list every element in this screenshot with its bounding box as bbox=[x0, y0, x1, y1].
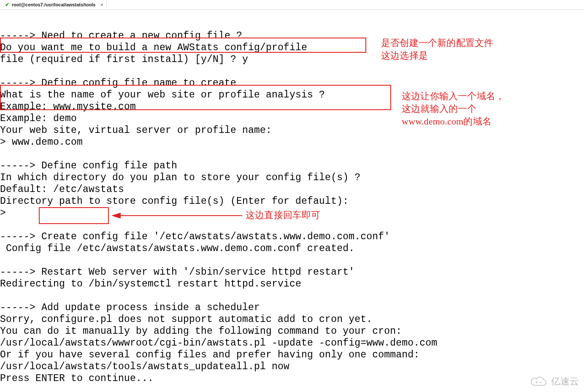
tab-title: root@centos7:/usr/local/awstats/tools bbox=[12, 2, 95, 7]
terminal-line: > www.demo.com bbox=[0, 136, 584, 148]
terminal-line: What is the name of your web site or pro… bbox=[0, 89, 584, 101]
terminal-line: -----> Define config file path bbox=[0, 160, 584, 172]
terminal-line: In which directory do you plan to store … bbox=[0, 172, 584, 184]
watermark-text: 亿速云 bbox=[551, 375, 579, 388]
terminal-line bbox=[0, 148, 584, 160]
terminal-line: Or if you have several config files and … bbox=[0, 349, 584, 361]
cloud-icon bbox=[529, 375, 548, 388]
terminal-line: Directory path to store config file(s) (… bbox=[0, 195, 584, 207]
connected-icon: ✔ bbox=[5, 2, 9, 8]
terminal-line: Example: demo bbox=[0, 113, 584, 124]
terminal-output[interactable]: -----> Need to create a new config file … bbox=[0, 10, 584, 392]
terminal-line: -----> Restart Web server with '/sbin/se… bbox=[0, 266, 584, 278]
terminal-line: Press ENTER to continue... bbox=[0, 373, 584, 384]
watermark: 亿速云 bbox=[529, 375, 579, 388]
terminal-line: Example: www.mysite.com bbox=[0, 101, 584, 113]
terminal-line bbox=[0, 18, 584, 30]
terminal-line: /usr/local/awstats/tools/awstats_updatea… bbox=[0, 361, 584, 373]
close-icon[interactable]: × bbox=[100, 3, 103, 7]
terminal-line: > bbox=[0, 207, 584, 219]
terminal-line bbox=[0, 65, 584, 77]
terminal-line: Default: /etc/awstats bbox=[0, 184, 584, 195]
terminal-line: Redirecting to /bin/systemctl restart ht… bbox=[0, 278, 584, 290]
terminal-line: Config file /etc/awstats/awstats.www.dem… bbox=[0, 243, 584, 254]
tab-bar: ✔ root@centos7:/usr/local/awstats/tools … bbox=[0, 0, 584, 10]
terminal-line: Your web site, virtual server or profile… bbox=[0, 124, 584, 136]
terminal-line: -----> Define config file name to create bbox=[0, 77, 584, 89]
terminal-line bbox=[0, 290, 584, 302]
terminal-line: You can do it manually by adding the fol… bbox=[0, 325, 584, 337]
terminal-line: -----> Need to create a new config file … bbox=[0, 30, 584, 42]
terminal-line bbox=[0, 254, 584, 266]
terminal-line: file (required if first install) [y/N] ?… bbox=[0, 54, 584, 65]
terminal-line: -----> Add update process inside a sched… bbox=[0, 302, 584, 314]
terminal-line: Sorry, configure.pl does not support aut… bbox=[0, 314, 584, 325]
terminal-line: /usr/local/awstats/wwwroot/cgi-bin/awsta… bbox=[0, 337, 584, 349]
terminal-line bbox=[0, 219, 584, 231]
svg-point-3 bbox=[540, 381, 541, 383]
svg-point-2 bbox=[536, 381, 538, 383]
terminal-tab[interactable]: ✔ root@centos7:/usr/local/awstats/tools … bbox=[2, 1, 107, 8]
terminal-line: Do you want me to build a new AWStats co… bbox=[0, 42, 584, 54]
terminal-line: -----> Create config file '/etc/awstats/… bbox=[0, 231, 584, 243]
